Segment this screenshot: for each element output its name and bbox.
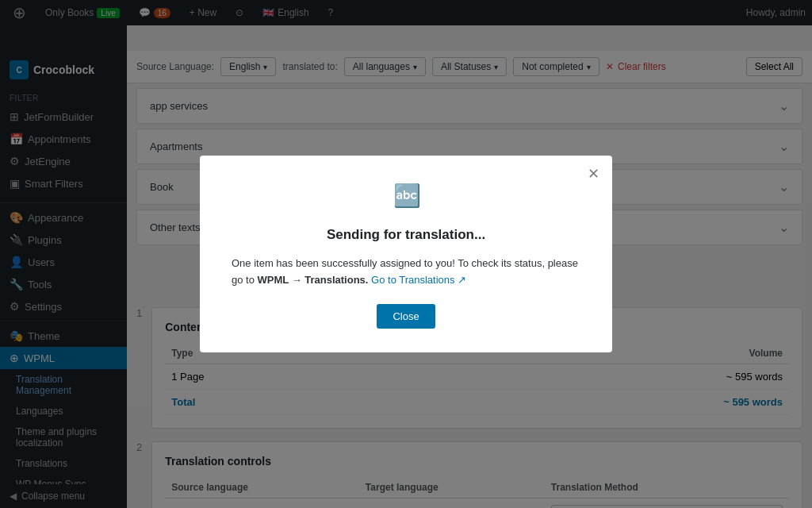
modal-overlay: ✕ 🔤 Sending for translation... One item … bbox=[0, 0, 812, 508]
modal-title: Sending for translation... bbox=[232, 227, 580, 243]
modal-dialog: ✕ 🔤 Sending for translation... One item … bbox=[200, 156, 612, 353]
svg-text:🔤: 🔤 bbox=[393, 183, 421, 209]
go-to-translations-link[interactable]: Go to Translations ↗ bbox=[371, 274, 466, 286]
modal-body: One item has been successfully assigned … bbox=[232, 256, 580, 289]
modal-translate-icon: 🔤 bbox=[232, 179, 580, 217]
modal-wpml-link-text: WPML → Translations. bbox=[258, 274, 369, 286]
modal-close-btn[interactable]: Close bbox=[377, 304, 435, 329]
modal-close-button[interactable]: ✕ bbox=[588, 165, 599, 183]
